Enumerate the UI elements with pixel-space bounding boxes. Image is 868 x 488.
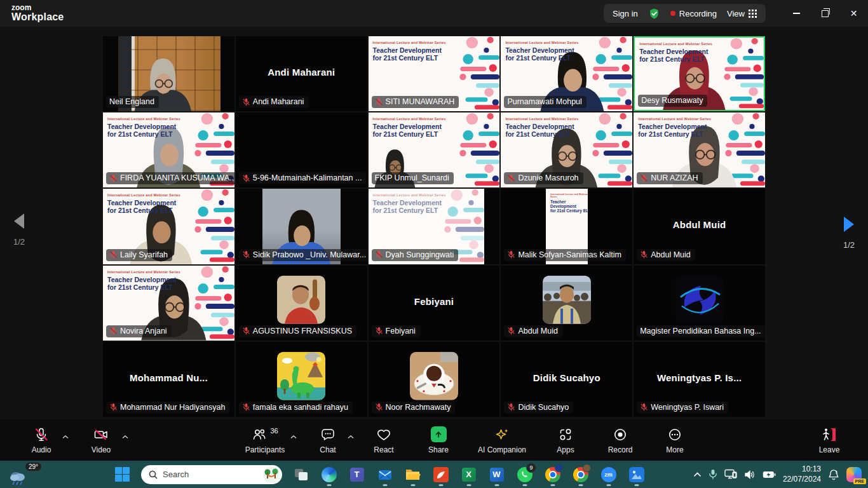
excel-icon[interactable]: X	[456, 461, 482, 487]
mic-muted-icon	[375, 98, 383, 106]
taskbar-clock[interactable]: 10:13 22/07/2024	[783, 464, 821, 484]
mic-muted-icon	[109, 327, 118, 335]
webinar-slide-text: International Lecture and Webinar Series…	[550, 193, 588, 214]
pdf-app-icon[interactable]	[428, 461, 454, 487]
photos-icon[interactable]	[623, 461, 649, 487]
left-arrow-icon	[13, 213, 25, 229]
participant-tile[interactable]: Mohammad Nu... Mohammad Nur Hadiyansyah	[103, 342, 234, 417]
participant-tile[interactable]: Magister Pendidikan Bahasa Ing...	[634, 266, 765, 341]
minimize-button[interactable]	[782, 0, 811, 27]
restore-button[interactable]	[811, 0, 839, 27]
close-button[interactable]: ✕	[839, 0, 868, 27]
recording-indicator[interactable]: Recording	[670, 9, 717, 18]
mic-muted-icon	[507, 250, 515, 259]
participants-button[interactable]: 36 Participants	[236, 425, 294, 456]
audio-options-chevron[interactable]	[62, 432, 69, 441]
video-options-chevron[interactable]	[122, 432, 128, 441]
participant-tile[interactable]: International Lecture and Webinar Series…	[369, 112, 500, 187]
participant-center-name: Andi Maharani	[236, 67, 367, 78]
participant-tile[interactable]: Weningtyas P. Is... Weningtyas P. Iswari	[634, 342, 765, 417]
react-button[interactable]: React	[362, 425, 406, 456]
security-shield-icon[interactable]	[648, 8, 660, 20]
record-button[interactable]: Record	[598, 425, 642, 456]
chrome-icon[interactable]	[539, 461, 566, 487]
participant-name-text: NUR AZIZAH	[651, 173, 698, 182]
participant-tile[interactable]: International Lecture and Webinar Series…	[501, 112, 632, 187]
participant-tile[interactable]: International Lecture and Webinar Series…	[103, 189, 234, 264]
participant-tile[interactable]: International Lecture and Webinar Series…	[369, 189, 500, 264]
mic-muted-icon	[640, 403, 648, 411]
leave-button[interactable]: Leave	[807, 425, 851, 456]
more-button[interactable]: More	[653, 425, 697, 456]
participant-name-label: Febiyani	[372, 325, 420, 337]
participant-tile[interactable]: International Lecture and Webinar Series…	[369, 36, 500, 111]
copilot-icon[interactable]: PRE	[846, 467, 862, 482]
participant-tile[interactable]: Abdul Muid Abdul Muid	[634, 189, 765, 264]
word-icon[interactable]: W	[484, 461, 510, 487]
rain-cloud-icon	[9, 470, 26, 485]
chat-options-chevron[interactable]	[348, 432, 354, 441]
sign-in-button[interactable]: Sign in	[613, 9, 638, 18]
next-page-arrow[interactable]: 1/2	[835, 216, 863, 250]
page-indicator-left: 1/2	[5, 237, 33, 247]
participants-options-chevron[interactable]	[290, 432, 297, 441]
participant-name-text: Abdul Muid	[651, 250, 691, 259]
participant-tile[interactable]: Sidik Prabowo _Univ. Mulawar...	[236, 189, 367, 264]
search-highlight-image[interactable]	[263, 466, 280, 483]
mic-muted-icon	[109, 403, 118, 411]
participant-tile[interactable]: International Lecture and Webinar Series…	[634, 112, 765, 187]
audio-button[interactable]: Audio	[17, 425, 66, 456]
participant-tile[interactable]: Didik Sucahyo Didik Sucahyo	[501, 342, 632, 417]
tray-chevron-up-icon[interactable]	[693, 472, 702, 477]
whatsapp-icon[interactable]: 9	[512, 461, 538, 487]
participant-tile[interactable]: International Lecture and Webinar Series…	[501, 189, 632, 264]
participant-tile[interactable]: AGUSTINUS FRANSISKUS	[236, 266, 367, 341]
webinar-slide-text: International Lecture and Webinar Series…	[373, 193, 446, 214]
participant-tile[interactable]: Noor Rachmawaty	[369, 342, 500, 417]
tray-mic-icon[interactable]	[709, 469, 717, 480]
notification-bell-icon[interactable]: z	[828, 469, 839, 480]
participant-tile[interactable]: Andi Maharani Andi Maharani	[236, 36, 367, 111]
weather-widget[interactable]: 29°	[8, 462, 46, 487]
previous-page-arrow[interactable]: 1/2	[5, 213, 33, 247]
file-explorer-icon[interactable]	[400, 461, 426, 487]
coffee-avatar	[410, 352, 458, 400]
mail-icon[interactable]	[372, 461, 398, 487]
participant-tile[interactable]: Febiyani Febiyani	[369, 266, 500, 341]
chrome-profile2-icon[interactable]	[567, 461, 593, 487]
task-view-icon[interactable]	[288, 461, 314, 487]
participant-tile[interactable]: International Lecture and Webinar Series…	[103, 266, 234, 341]
chat-button[interactable]: Chat	[304, 425, 351, 456]
tray-speaker-icon[interactable]	[744, 470, 756, 480]
participant-name-label: NUR AZIZAH	[637, 172, 702, 184]
participant-tile[interactable]: 5-96-Mutmainah-Kalimantan ...	[236, 112, 367, 187]
search-box[interactable]: Search	[141, 465, 282, 484]
camera-muted-toolbar-icon	[93, 426, 109, 443]
tray-display-icon[interactable]	[724, 469, 737, 480]
participant-tile[interactable]: Neil England	[103, 36, 234, 111]
mic-muted-icon	[242, 174, 250, 182]
participant-tile[interactable]: International Lecture and Webinar Series…	[501, 36, 632, 111]
recording-dot-icon	[670, 11, 675, 16]
participant-name-text: Sidik Prabowo _Univ. Mulawar...	[253, 250, 366, 259]
apps-button[interactable]: Apps	[543, 425, 588, 456]
participant-name-text: Laily Syarifah	[120, 250, 168, 259]
edge-icon[interactable]	[316, 461, 342, 487]
zoom-app-icon[interactable]: zm	[595, 461, 621, 487]
tray-battery-icon[interactable]	[763, 471, 776, 478]
participant-tile[interactable]: International Lecture and Webinar Series…	[103, 112, 234, 187]
participant-name-text: SITI MUNAWARAH	[386, 97, 455, 106]
participant-tile[interactable]: Abdul Muid	[501, 266, 632, 341]
participant-tile[interactable]: International Lecture and Webinar Series…	[634, 36, 765, 111]
view-button[interactable]: View	[727, 9, 757, 18]
share-button[interactable]: Share	[416, 425, 461, 456]
start-button[interactable]	[109, 461, 135, 487]
ai-companion-button[interactable]: AI Companion	[471, 425, 533, 456]
teams-icon[interactable]: T	[344, 461, 370, 487]
date-text: 22/07/2024	[783, 475, 821, 485]
mic-muted-icon	[375, 403, 383, 411]
time-text: 10:13	[783, 464, 821, 475]
participant-name-label: Weningtyas P. Iswari	[637, 402, 728, 414]
participant-tile[interactable]: famala eka sanhadi rahayu	[236, 342, 367, 417]
video-button[interactable]: Video	[76, 425, 126, 456]
